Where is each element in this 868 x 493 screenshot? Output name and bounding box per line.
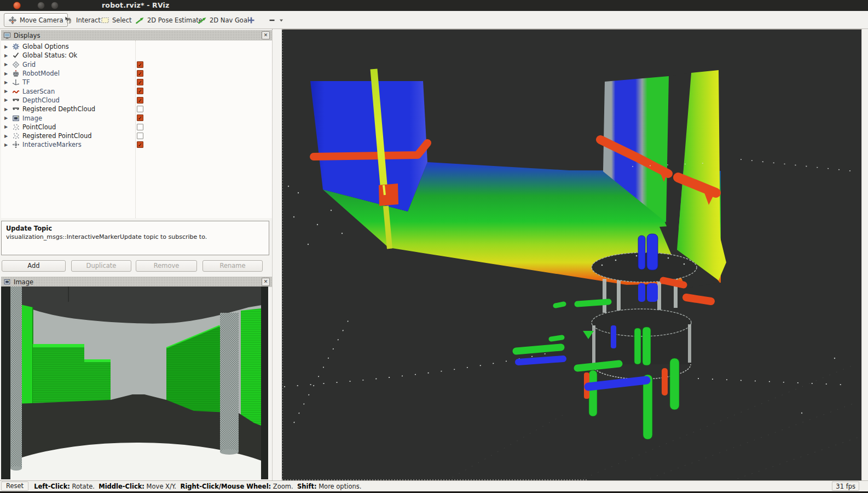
expander-icon[interactable]: ▶ [4,142,12,147]
rename-button[interactable]: Rename [202,260,263,272]
displays-panel-header[interactable]: Displays ✕ [1,30,272,41]
interact-hand-icon [65,16,73,25]
display-item-pointcloud[interactable]: ▶ PointCloud [1,123,272,131]
camera-pillar-left [10,286,22,468]
interactive-marker-cube [379,184,398,206]
pose-arrow-icon [136,16,144,25]
robot-blue-cylinder [647,234,658,270]
window-maximize-button[interactable] [51,2,59,9]
expander-icon[interactable]: ▶ [4,44,12,49]
toolbar: Move Camera Interact Select 2D Pose Esti… [0,11,868,29]
display-checkbox-registered-depthcloud[interactable] [137,106,143,112]
status-check-icon [12,51,20,59]
displays-panel-title: Displays [14,32,262,39]
display-item-depthcloud[interactable]: ▶ DepthCloud [1,96,272,105]
image-panel-icon [3,278,11,285]
display-checkbox-depthcloud[interactable] [137,97,143,104]
remove-tool-button[interactable] [263,13,288,27]
reset-button[interactable]: Reset [1,481,28,491]
3d-viewport[interactable] [282,29,861,480]
mouse-hints: Left-Click: Rotate. Middle-Click: Move X… [34,483,361,490]
display-item-tf[interactable]: ▶ TF [1,78,272,87]
displays-tree: ▶ Global Options ▶ Global Status: Ok ▶ G… [1,41,272,218]
display-checkbox-pointcloud[interactable] [137,124,143,130]
camera-pillar-right [220,313,239,452]
display-item-laserscan[interactable]: ▶ LaserScan [1,87,272,95]
display-item-global-status[interactable]: ▶ Global Status: Ok [1,51,272,60]
left-panel-column: Displays ✕ ▶ Global Options ▶ Global Sta… [0,29,282,480]
gear-icon [12,43,20,50]
chevron-down-icon [279,18,283,22]
expander-icon[interactable]: ▶ [4,134,12,139]
expander-icon[interactable]: ▶ [4,71,12,76]
property-help-box: Update Topic visualization_msgs::Interac… [1,221,269,255]
display-item-grid[interactable]: ▶ Grid [1,60,272,69]
expander-icon[interactable]: ▶ [4,80,12,85]
fps-counter: 31 fps [832,481,859,491]
display-checkbox-interactivemarkers[interactable] [137,141,143,148]
expander-icon[interactable]: ▶ [4,107,12,112]
display-item-registered-pointcloud[interactable]: ▶ Registered PointCloud [1,131,272,140]
depth-cloud-icon [12,96,20,104]
minus-icon [268,16,276,25]
displays-panel-icon [3,32,11,39]
add-tool-button[interactable] [242,13,260,27]
right-panel-edge [861,29,868,480]
display-checkbox-image[interactable] [137,114,143,121]
display-item-registered-depthcloud[interactable]: ▶ Registered DepthCloud [1,105,272,113]
robot-model-icon [12,70,20,77]
expander-icon[interactable]: ▶ [4,62,12,67]
display-checkbox-tf[interactable] [137,79,143,85]
window-close-button[interactable] [13,2,21,9]
point-cloud-icon [12,123,20,131]
status-bar: Reset Left-Click: Rotate. Middle-Click: … [0,480,868,491]
add-button[interactable]: Add [2,260,66,272]
titlebar: robot.rviz* - RViz [0,0,868,11]
display-item-image[interactable]: ▶ Image [1,113,272,122]
image-close-icon[interactable]: ✕ [262,278,270,286]
select-box-icon [101,16,109,25]
help-title: Update Topic [6,225,264,232]
camera-image-view [1,286,268,479]
display-item-robotmodel[interactable]: ▶ RobotModel [1,69,272,78]
tool-select[interactable]: Select [96,13,136,27]
image-icon [12,114,20,122]
expander-icon[interactable]: ▶ [4,89,12,94]
tool-move-camera[interactable]: Move Camera [4,13,68,27]
display-checkbox-laserscan[interactable] [137,88,143,94]
move-camera-icon [8,16,17,25]
remove-button[interactable]: Remove [136,260,197,272]
help-description: visualization_msgs::InteractiveMarkerUpd… [6,233,264,240]
display-item-global-options[interactable]: ▶ Global Options [1,42,272,51]
expander-icon[interactable]: ▶ [4,98,12,102]
image-panel-header[interactable]: Image ✕ [1,277,272,287]
displays-close-icon[interactable]: ✕ [262,31,270,39]
robot-mid-plate [592,309,691,336]
window-title: robot.rviz* - RViz [102,1,170,9]
grid-icon [12,61,20,68]
depth-cloud-icon [12,105,20,113]
expander-icon[interactable]: ▶ [4,53,12,58]
plus-icon [247,16,256,25]
laser-scan-icon [12,88,20,95]
point-cloud-icon [12,132,20,140]
rviz-window: robot.rviz* - RViz Move Camera Interact … [0,0,868,493]
panel-splitter[interactable] [272,29,282,480]
window-minimize-button[interactable] [37,2,45,9]
interactive-markers-icon [12,141,20,148]
duplicate-button[interactable]: Duplicate [71,260,131,272]
display-checkbox-robotmodel[interactable] [137,70,143,77]
display-item-interactivemarkers[interactable]: ▶ InteractiveMarkers [1,140,272,149]
nav-arrow-icon [198,16,207,25]
display-checkbox-registered-pointcloud[interactable] [137,133,143,139]
expander-icon[interactable]: ▶ [4,124,12,129]
image-panel-title: Image [14,278,262,286]
tf-axes-icon [12,78,20,86]
robot-blue-cylinder [638,236,645,270]
expander-icon[interactable]: ▶ [4,116,12,121]
display-checkbox-grid[interactable] [137,61,143,68]
